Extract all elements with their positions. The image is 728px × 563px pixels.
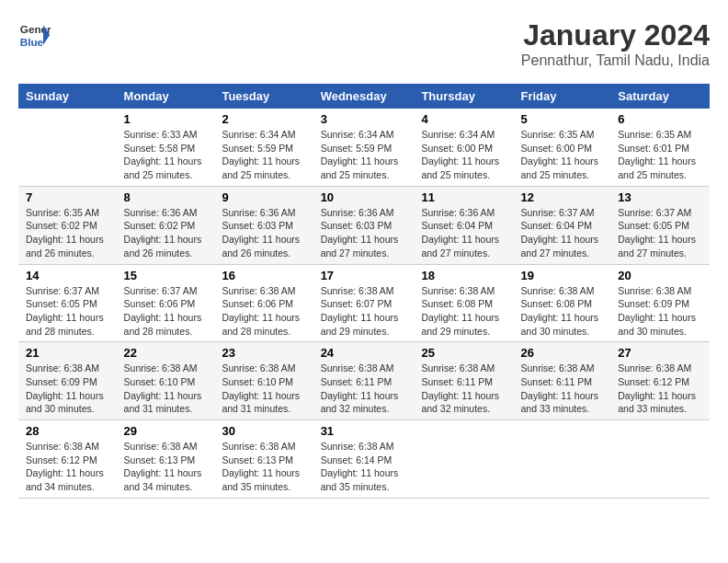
calendar-cell: 6Sunrise: 6:35 AM Sunset: 6:01 PM Daylig…: [610, 109, 710, 186]
page-title: January 2024: [521, 18, 710, 52]
day-number: 23: [222, 346, 305, 360]
day-number: 25: [421, 346, 506, 360]
day-number: 2: [222, 112, 305, 126]
page-header: General Blue January 2024 Pennathur, Tam…: [18, 18, 710, 69]
day-number: 3: [321, 112, 407, 126]
calendar-cell: [18, 109, 117, 186]
day-info: Sunrise: 6:38 AM Sunset: 6:12 PM Dayligh…: [618, 362, 702, 416]
logo: General Blue: [18, 18, 51, 52]
day-number: 10: [321, 190, 407, 204]
day-info: Sunrise: 6:34 AM Sunset: 6:00 PM Dayligh…: [421, 128, 506, 182]
day-number: 1: [124, 112, 208, 126]
day-info: Sunrise: 6:36 AM Sunset: 6:03 PM Dayligh…: [321, 206, 407, 260]
day-number: 19: [520, 269, 603, 282]
day-number: 11: [421, 190, 506, 204]
day-info: Sunrise: 6:38 AM Sunset: 6:11 PM Dayligh…: [520, 362, 603, 416]
header-cell-saturday: Saturday: [610, 84, 710, 109]
calendar-cell: 25Sunrise: 6:38 AM Sunset: 6:11 PM Dayli…: [414, 342, 513, 420]
calendar-cell: 4Sunrise: 6:34 AM Sunset: 6:00 PM Daylig…: [414, 109, 513, 186]
day-info: Sunrise: 6:38 AM Sunset: 6:07 PM Dayligh…: [321, 284, 407, 339]
calendar-cell: 23Sunrise: 6:38 AM Sunset: 6:10 PM Dayli…: [214, 342, 313, 420]
calendar-cell: [414, 420, 513, 499]
day-info: Sunrise: 6:36 AM Sunset: 6:02 PM Dayligh…: [124, 206, 208, 260]
day-number: 18: [421, 269, 506, 282]
calendar-cell: 5Sunrise: 6:35 AM Sunset: 6:00 PM Daylig…: [513, 109, 610, 186]
day-info: Sunrise: 6:38 AM Sunset: 6:12 PM Dayligh…: [26, 440, 109, 494]
day-info: Sunrise: 6:36 AM Sunset: 6:04 PM Dayligh…: [421, 206, 506, 260]
day-number: 5: [520, 112, 603, 126]
calendar-table: SundayMondayTuesdayWednesdayThursdayFrid…: [18, 84, 710, 499]
calendar-cell: 28Sunrise: 6:38 AM Sunset: 6:12 PM Dayli…: [18, 420, 117, 499]
day-number: 26: [520, 346, 603, 360]
day-number: 28: [26, 424, 109, 438]
day-info: Sunrise: 6:38 AM Sunset: 6:11 PM Dayligh…: [321, 362, 407, 416]
page-subtitle: Pennathur, Tamil Nadu, India: [521, 52, 710, 69]
calendar-cell: 8Sunrise: 6:36 AM Sunset: 6:02 PM Daylig…: [117, 186, 215, 264]
calendar-cell: 22Sunrise: 6:38 AM Sunset: 6:10 PM Dayli…: [117, 342, 215, 420]
calendar-cell: 26Sunrise: 6:38 AM Sunset: 6:11 PM Dayli…: [513, 342, 610, 420]
day-number: 22: [124, 346, 208, 360]
calendar-cell: 29Sunrise: 6:38 AM Sunset: 6:13 PM Dayli…: [117, 420, 215, 499]
day-info: Sunrise: 6:37 AM Sunset: 6:06 PM Dayligh…: [124, 284, 208, 339]
calendar-cell: [610, 420, 710, 499]
day-info: Sunrise: 6:33 AM Sunset: 5:58 PM Dayligh…: [124, 128, 208, 182]
day-info: Sunrise: 6:38 AM Sunset: 6:08 PM Dayligh…: [421, 284, 506, 339]
calendar-cell: [513, 420, 610, 499]
calendar-cell: 3Sunrise: 6:34 AM Sunset: 5:59 PM Daylig…: [313, 109, 415, 186]
day-number: 27: [618, 346, 702, 360]
day-info: Sunrise: 6:35 AM Sunset: 6:02 PM Dayligh…: [26, 206, 109, 260]
week-row-5: 28Sunrise: 6:38 AM Sunset: 6:12 PM Dayli…: [18, 420, 710, 499]
day-info: Sunrise: 6:38 AM Sunset: 6:08 PM Dayligh…: [520, 284, 603, 339]
day-info: Sunrise: 6:38 AM Sunset: 6:13 PM Dayligh…: [222, 440, 305, 494]
day-info: Sunrise: 6:38 AM Sunset: 6:09 PM Dayligh…: [618, 284, 702, 339]
day-info: Sunrise: 6:36 AM Sunset: 6:03 PM Dayligh…: [222, 206, 305, 260]
calendar-cell: 10Sunrise: 6:36 AM Sunset: 6:03 PM Dayli…: [313, 186, 415, 264]
header-cell-tuesday: Tuesday: [214, 84, 313, 109]
day-number: 17: [321, 269, 407, 282]
day-info: Sunrise: 6:38 AM Sunset: 6:14 PM Dayligh…: [321, 440, 407, 494]
day-info: Sunrise: 6:38 AM Sunset: 6:09 PM Dayligh…: [26, 362, 109, 416]
week-row-3: 14Sunrise: 6:37 AM Sunset: 6:05 PM Dayli…: [18, 264, 710, 342]
day-number: 20: [618, 269, 702, 282]
day-info: Sunrise: 6:37 AM Sunset: 6:05 PM Dayligh…: [618, 206, 702, 260]
calendar-cell: 24Sunrise: 6:38 AM Sunset: 6:11 PM Dayli…: [313, 342, 415, 420]
calendar-cell: 19Sunrise: 6:38 AM Sunset: 6:08 PM Dayli…: [513, 264, 610, 342]
day-info: Sunrise: 6:37 AM Sunset: 6:05 PM Dayligh…: [26, 284, 109, 339]
header-cell-wednesday: Wednesday: [313, 84, 415, 109]
day-number: 12: [520, 190, 603, 204]
day-number: 21: [26, 346, 109, 360]
header-cell-sunday: Sunday: [18, 84, 117, 109]
day-info: Sunrise: 6:34 AM Sunset: 5:59 PM Dayligh…: [222, 128, 305, 182]
calendar-cell: 14Sunrise: 6:37 AM Sunset: 6:05 PM Dayli…: [18, 264, 117, 342]
svg-text:Blue: Blue: [20, 36, 44, 48]
calendar-cell: 31Sunrise: 6:38 AM Sunset: 6:14 PM Dayli…: [313, 420, 415, 499]
day-number: 6: [618, 112, 702, 126]
calendar-cell: 21Sunrise: 6:38 AM Sunset: 6:09 PM Dayli…: [18, 342, 117, 420]
day-number: 29: [124, 424, 208, 438]
calendar-cell: 18Sunrise: 6:38 AM Sunset: 6:08 PM Dayli…: [414, 264, 513, 342]
day-info: Sunrise: 6:38 AM Sunset: 6:10 PM Dayligh…: [124, 362, 208, 416]
header-cell-thursday: Thursday: [414, 84, 513, 109]
day-number: 15: [124, 269, 208, 282]
day-number: 9: [222, 190, 305, 204]
day-number: 14: [26, 269, 109, 282]
day-info: Sunrise: 6:38 AM Sunset: 6:06 PM Dayligh…: [222, 284, 305, 339]
day-info: Sunrise: 6:38 AM Sunset: 6:13 PM Dayligh…: [124, 440, 208, 494]
header-row: SundayMondayTuesdayWednesdayThursdayFrid…: [18, 84, 710, 109]
calendar-cell: 17Sunrise: 6:38 AM Sunset: 6:07 PM Dayli…: [313, 264, 415, 342]
header-cell-monday: Monday: [117, 84, 215, 109]
day-number: 31: [321, 424, 407, 438]
calendar-cell: 11Sunrise: 6:36 AM Sunset: 6:04 PM Dayli…: [414, 186, 513, 264]
calendar-cell: 2Sunrise: 6:34 AM Sunset: 5:59 PM Daylig…: [214, 109, 313, 186]
day-number: 30: [222, 424, 305, 438]
day-number: 7: [26, 190, 109, 204]
day-info: Sunrise: 6:35 AM Sunset: 6:00 PM Dayligh…: [520, 128, 603, 182]
calendar-cell: 30Sunrise: 6:38 AM Sunset: 6:13 PM Dayli…: [214, 420, 313, 499]
day-info: Sunrise: 6:35 AM Sunset: 6:01 PM Dayligh…: [618, 128, 702, 182]
day-number: 4: [421, 112, 506, 126]
header-cell-friday: Friday: [513, 84, 610, 109]
day-number: 24: [321, 346, 407, 360]
calendar-cell: 13Sunrise: 6:37 AM Sunset: 6:05 PM Dayli…: [610, 186, 710, 264]
calendar-cell: 20Sunrise: 6:38 AM Sunset: 6:09 PM Dayli…: [610, 264, 710, 342]
week-row-4: 21Sunrise: 6:38 AM Sunset: 6:09 PM Dayli…: [18, 342, 710, 420]
